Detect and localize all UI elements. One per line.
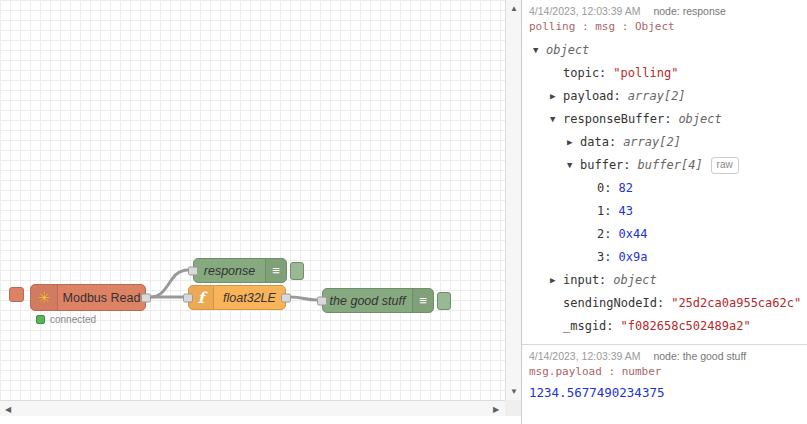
debug-tree-row[interactable]: 0:82 bbox=[529, 177, 801, 200]
expand-collapse-arrow-icon[interactable]: ▼ bbox=[550, 108, 563, 131]
debug-tree-row[interactable]: _msgid:"f082658c502489a2" bbox=[529, 315, 801, 338]
debug-value: object bbox=[613, 273, 656, 287]
debug-toggle-button[interactable] bbox=[437, 292, 451, 310]
debug-tree-row[interactable]: 2:0x44 bbox=[529, 223, 801, 246]
node-debug-response[interactable]: response ≡ bbox=[193, 258, 287, 283]
output-port[interactable] bbox=[281, 293, 291, 302]
expand-collapse-arrow-icon[interactable]: ▶ bbox=[567, 131, 580, 154]
debug-key: payload: bbox=[563, 89, 621, 103]
node-label: the good stuff bbox=[323, 294, 412, 308]
input-port[interactable] bbox=[183, 293, 193, 302]
status-text: connected bbox=[50, 314, 96, 325]
timestamp: 4/14/2023, 12:03:39 AM bbox=[529, 350, 641, 362]
mini-node[interactable] bbox=[9, 287, 24, 302]
node-label: float32LE bbox=[214, 291, 285, 305]
debug-value: object bbox=[678, 112, 721, 126]
input-port[interactable] bbox=[188, 266, 198, 275]
message-path: msg.payload : number bbox=[529, 365, 801, 378]
node-label: Modbus Read bbox=[58, 291, 145, 305]
debug-value: array[2] bbox=[623, 135, 681, 149]
debug-key: 0: bbox=[597, 181, 611, 195]
debug-icon-box: ≡ bbox=[412, 289, 433, 312]
function-f-icon: f bbox=[198, 289, 204, 307]
output-port[interactable] bbox=[141, 293, 151, 302]
expand-collapse-arrow-icon[interactable]: ▶ bbox=[550, 269, 563, 292]
scroll-up-icon[interactable]: ▲ bbox=[506, 0, 522, 16]
debug-value: 0x44 bbox=[618, 227, 647, 241]
modbus-gear-icon: ✳ bbox=[38, 290, 51, 305]
debug-value: "f082658c502489a2" bbox=[621, 319, 751, 333]
node-red-window: ✳ Modbus Read connected response ≡ f flo… bbox=[0, 0, 807, 424]
scroll-right-icon[interactable]: ▶ bbox=[488, 401, 504, 417]
debug-value: 0x9a bbox=[618, 250, 647, 264]
debug-tree-row[interactable]: ▶input:object bbox=[529, 269, 801, 292]
flow-canvas[interactable]: ✳ Modbus Read connected response ≡ f flo… bbox=[0, 0, 505, 400]
debug-tree-row[interactable]: 3:0x9a bbox=[529, 246, 801, 269]
debug-key: data: bbox=[580, 135, 616, 149]
debug-tree: ▼objecttopic:"polling"▶payload:array[2]▼… bbox=[529, 39, 801, 338]
debug-key: responseBuffer: bbox=[563, 112, 671, 126]
node-debug-good-stuff[interactable]: the good stuff ≡ bbox=[322, 288, 434, 313]
expand-collapse-arrow-icon[interactable]: ▼ bbox=[567, 154, 580, 177]
node-label: response bbox=[194, 264, 265, 278]
debug-key: 3: bbox=[597, 250, 611, 264]
message-path: polling : msg : Object bbox=[529, 20, 801, 33]
debug-tree-row[interactable]: ▶payload:array[2] bbox=[529, 85, 801, 108]
debug-tree-row[interactable]: ▶data:array[2] bbox=[529, 131, 801, 154]
scrollbar-corner bbox=[505, 400, 521, 416]
debug-value: array[2] bbox=[628, 89, 686, 103]
debug-message-good-stuff[interactable]: 4/14/2023, 12:03:39 AM node: the good st… bbox=[522, 345, 807, 406]
debug-value: 82 bbox=[618, 181, 632, 195]
source-node-name: node: response bbox=[653, 5, 725, 17]
debug-message-header: 4/14/2023, 12:03:39 AM node: response bbox=[529, 5, 801, 17]
node-status: connected bbox=[36, 314, 96, 325]
debug-tree-row[interactable]: 1:43 bbox=[529, 200, 801, 223]
vertical-scrollbar[interactable]: ▲ ▼ bbox=[505, 0, 521, 400]
debug-key: input: bbox=[563, 273, 606, 287]
debug-message-header: 4/14/2023, 12:03:39 AM node: the good st… bbox=[529, 350, 801, 362]
debug-lines-icon: ≡ bbox=[272, 264, 280, 277]
debug-tree-row[interactable]: ▼buffer:buffer[4]raw bbox=[529, 154, 801, 177]
raw-button[interactable]: raw bbox=[711, 157, 739, 174]
wire-layer bbox=[0, 0, 505, 400]
debug-tree-row[interactable]: ▼responseBuffer:object bbox=[529, 108, 801, 131]
debug-key: buffer: bbox=[580, 158, 631, 172]
payload-number-value: 1234.5677490234375 bbox=[529, 385, 801, 400]
debug-tree-row[interactable]: topic:"polling" bbox=[529, 62, 801, 85]
source-node-name: node: the good stuff bbox=[653, 350, 746, 362]
debug-value: 43 bbox=[618, 204, 632, 218]
debug-tree-row[interactable]: ▼object bbox=[529, 39, 801, 62]
expand-collapse-arrow-icon[interactable]: ▶ bbox=[550, 85, 563, 108]
input-port[interactable] bbox=[317, 296, 327, 305]
debug-value: "polling" bbox=[613, 66, 678, 80]
debug-value: buffer[4] bbox=[638, 158, 703, 172]
scroll-down-icon[interactable]: ▼ bbox=[506, 383, 522, 399]
debug-key: 1: bbox=[597, 204, 611, 218]
debug-tree-row[interactable]: sendingNodeId:"25d2ca0a955ca62c" bbox=[529, 292, 801, 315]
debug-message-response[interactable]: 4/14/2023, 12:03:39 AM node: response po… bbox=[522, 0, 807, 345]
expand-collapse-arrow-icon[interactable]: ▼ bbox=[533, 39, 546, 62]
wire-func-to-good bbox=[291, 297, 317, 300]
debug-value: "25d2ca0a955ca62c" bbox=[671, 296, 801, 310]
debug-sidebar[interactable]: 4/14/2023, 12:03:39 AM node: response po… bbox=[521, 0, 807, 424]
node-function-float32le[interactable]: f float32LE bbox=[188, 285, 286, 310]
status-connected-icon bbox=[36, 315, 45, 324]
debug-toggle-button[interactable] bbox=[290, 262, 304, 280]
debug-key: object bbox=[546, 43, 589, 57]
debug-lines-icon: ≡ bbox=[419, 294, 427, 307]
wire-modbus-to-response bbox=[150, 270, 188, 297]
debug-key: _msgid: bbox=[563, 319, 614, 333]
debug-icon-box: ≡ bbox=[265, 259, 286, 282]
modbus-icon-box: ✳ bbox=[31, 285, 58, 310]
debug-key: 2: bbox=[597, 227, 611, 241]
debug-key: sendingNodeId: bbox=[563, 296, 664, 310]
horizontal-scrollbar[interactable]: ◀ ▶ bbox=[0, 400, 505, 416]
node-modbus-read[interactable]: ✳ Modbus Read bbox=[30, 284, 146, 311]
timestamp: 4/14/2023, 12:03:39 AM bbox=[529, 5, 641, 17]
debug-key: topic: bbox=[563, 66, 606, 80]
scroll-left-icon[interactable]: ◀ bbox=[0, 401, 16, 417]
